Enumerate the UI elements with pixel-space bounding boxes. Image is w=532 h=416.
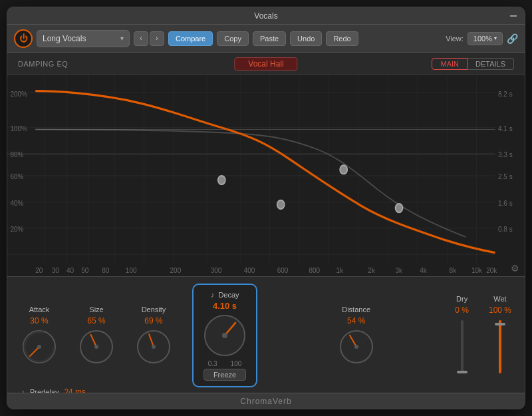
svg-text:100%: 100% [10, 124, 27, 132]
decay-label: Decay [218, 291, 239, 299]
undo-button[interactable]: Undo [290, 31, 322, 46]
decay-group: ♪ Decay 4.10 s 0.3 100 Freeze [192, 284, 257, 387]
svg-text:10k: 10k [471, 266, 483, 274]
decay-range: 0.3 100 [208, 360, 242, 367]
distance-knob[interactable] [338, 328, 375, 365]
damping-eq-label: DAMPING EQ [18, 60, 68, 68]
preset-dropdown[interactable]: Long Vocals ▾ [37, 30, 130, 47]
details-button[interactable]: DETAILS [467, 58, 514, 70]
svg-text:20: 20 [35, 266, 43, 274]
svg-text:80: 80 [102, 266, 109, 274]
title-bar-controls [510, 15, 517, 17]
decay-value: 4.10 s [213, 301, 237, 311]
controls-row: Attack 30 % Size 65 % [7, 277, 525, 387]
size-value: 65 % [87, 316, 105, 325]
svg-text:300: 300 [211, 266, 222, 274]
main-button[interactable]: MAIN [432, 58, 467, 70]
size-label: Size [89, 306, 103, 313]
svg-point-64 [152, 345, 156, 349]
svg-point-60 [37, 345, 41, 349]
svg-text:1k: 1k [336, 266, 344, 274]
svg-text:8k: 8k [450, 266, 457, 274]
chevron-down-icon: ▾ [120, 35, 124, 42]
density-knob[interactable] [135, 328, 172, 365]
svg-text:20%: 20% [10, 224, 23, 233]
attack-label: Attack [29, 306, 50, 313]
distance-label: Distance [342, 306, 370, 313]
attack-knob[interactable] [21, 328, 58, 365]
wet-slider-fill [499, 320, 501, 373]
main-window: Vocals ⏻ Long Vocals ▾ ‹ › Compare Copy … [7, 7, 525, 409]
view-percent-selector[interactable]: 100% ▾ [467, 32, 503, 45]
wet-group: Wet 100 % [489, 295, 511, 376]
distance-value: 54 % [347, 316, 365, 325]
vocal-hall-button[interactable]: Vocal Hall [234, 57, 297, 71]
music-note-icon: ♪ [210, 290, 214, 300]
svg-text:200%: 200% [10, 89, 27, 98]
svg-text:4k: 4k [420, 266, 427, 274]
preset-name: Long Vocals [43, 34, 86, 43]
toolbar: ⏻ Long Vocals ▾ ‹ › Compare Copy Paste U… [7, 25, 525, 53]
link-icon[interactable]: 🔗 [507, 33, 518, 44]
wet-slider[interactable] [499, 320, 501, 373]
distance-group: Distance 54 % [338, 306, 375, 365]
svg-text:40%: 40% [10, 198, 23, 207]
decay-header: ♪ Decay [210, 290, 239, 300]
view-label: View: [446, 35, 464, 43]
decay-min: 0.3 [208, 360, 217, 367]
svg-text:100: 100 [126, 266, 137, 274]
eq-graph[interactable]: 200% 100% 80% 60% 40% 20% 8.2 s 4.1 s 3.… [7, 75, 525, 276]
dry-slider[interactable] [461, 320, 464, 373]
copy-button[interactable]: Copy [217, 31, 249, 46]
view-control: View: 100% ▾ 🔗 [446, 32, 518, 45]
svg-text:800: 800 [309, 266, 320, 274]
svg-text:80%: 80% [10, 150, 23, 159]
redo-button[interactable]: Redo [326, 31, 358, 46]
window-title: Vocals [254, 11, 277, 21]
svg-text:200: 200 [170, 266, 182, 274]
paste-button[interactable]: Paste [253, 31, 286, 46]
svg-text:400: 400 [244, 266, 255, 274]
power-icon: ⏻ [19, 33, 28, 43]
density-group: Density 69 % [135, 306, 172, 365]
svg-text:4.1 s: 4.1 s [498, 124, 513, 132]
controls-section: Attack 30 % Size 65 % [7, 276, 525, 393]
power-button[interactable]: ⏻ [14, 29, 33, 48]
svg-text:3.3 s: 3.3 s [498, 150, 513, 159]
svg-text:30: 30 [52, 266, 59, 274]
decay-max: 100 [231, 360, 242, 367]
svg-point-38 [340, 165, 347, 174]
eq-section: DAMPING EQ Vocal Hall MAIN DETAILS [7, 53, 525, 276]
decay-knob[interactable] [201, 312, 248, 359]
bottom-bar: ChromaVerb [7, 393, 525, 409]
compare-button[interactable]: Compare [168, 31, 213, 46]
wet-slider-thumb[interactable] [495, 323, 505, 325]
svg-text:0.8 s: 0.8 s [498, 224, 513, 233]
prev-button[interactable]: ‹ [134, 31, 148, 46]
svg-point-36 [218, 176, 225, 184]
dry-group: Dry 0 % [455, 295, 469, 376]
wet-label: Wet [493, 295, 506, 303]
svg-text:1.6 s: 1.6 s [498, 198, 513, 207]
plugin-name: ChromaVerb [240, 397, 291, 406]
dry-value: 0 % [455, 306, 469, 315]
svg-text:40: 40 [66, 266, 74, 274]
svg-text:50: 50 [81, 266, 88, 274]
nav-buttons: ‹ › [134, 31, 164, 46]
svg-text:60%: 60% [10, 172, 23, 180]
freeze-button[interactable]: Freeze [203, 369, 246, 381]
view-chevron-icon: ▾ [494, 35, 497, 41]
density-label: Density [142, 306, 166, 313]
svg-text:20k: 20k [486, 266, 497, 274]
svg-point-62 [94, 345, 98, 349]
svg-point-66 [222, 333, 227, 338]
dry-slider-thumb[interactable] [457, 371, 467, 373]
next-button[interactable]: › [150, 31, 164, 46]
svg-text:3k: 3k [396, 266, 403, 274]
size-knob[interactable] [78, 328, 115, 365]
settings-icon[interactable]: ⚙ [511, 263, 519, 274]
minimize-icon[interactable] [510, 15, 517, 17]
attack-value: 30 % [30, 316, 48, 325]
attack-group: Attack 30 % [21, 306, 58, 365]
size-group: Size 65 % [78, 306, 115, 365]
